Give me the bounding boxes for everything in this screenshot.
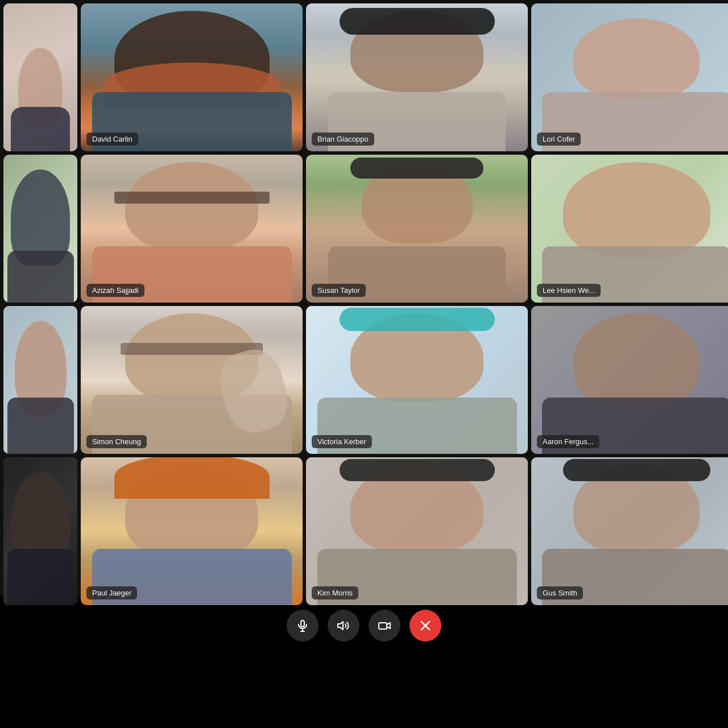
participant-cell[interactable]: Simon Cheung	[81, 306, 303, 454]
participant-cell[interactable]: Brian Giacoppo	[306, 3, 528, 151]
participant-cell[interactable]: Susan Taylor	[306, 155, 528, 303]
end-call-icon	[419, 619, 432, 632]
participant-cell[interactable]	[3, 155, 77, 303]
participant-cell[interactable]: Victoria Kerber	[306, 306, 528, 454]
participant-cell[interactable]	[3, 457, 77, 605]
participant-name-badge: Aaron Fergus...	[537, 435, 599, 448]
svg-rect-4	[379, 623, 387, 629]
participant-name-badge: Kim Morris	[312, 586, 358, 599]
participant-name-badge: Paul Jaeger	[86, 586, 137, 599]
participant-name-badge: Susan Taylor	[312, 284, 366, 297]
participant-name-badge: Simon Cheung	[86, 435, 147, 448]
participant-cell[interactable]	[3, 306, 77, 454]
participant-cell[interactable]: Azizah Sajjadi	[81, 155, 303, 303]
participant-name-badge: Azizah Sajjadi	[86, 284, 144, 297]
participant-name-badge: David Carlin	[86, 133, 138, 146]
participant-cell[interactable]	[3, 3, 77, 151]
participant-cell[interactable]: Paul Jaeger	[81, 457, 303, 605]
participant-cell[interactable]: Lee Hsien We...	[531, 155, 728, 303]
video-call-container: David Carlin Brian Giacoppo Lori Cofer A…	[0, 0, 728, 654]
participant-name-badge: Lori Cofer	[537, 133, 581, 146]
speaker-icon	[337, 619, 350, 632]
participant-cell[interactable]: Gus Smith	[531, 457, 728, 605]
speaker-button[interactable]	[328, 610, 359, 642]
participant-cell[interactable]: Kim Morris	[306, 457, 528, 605]
participant-name-badge: Victoria Kerber	[312, 435, 372, 448]
camera-button[interactable]	[369, 610, 400, 642]
camera-icon	[378, 619, 391, 632]
mic-icon	[296, 619, 309, 632]
svg-marker-3	[338, 622, 343, 630]
end-call-button[interactable]	[410, 610, 441, 642]
participant-cell[interactable]: David Carlin	[81, 3, 303, 151]
participant-name-badge: Lee Hsien We...	[537, 284, 601, 297]
participant-name-badge: Gus Smith	[537, 586, 583, 599]
participant-name-badge: Brian Giacoppo	[312, 133, 374, 146]
svg-rect-0	[301, 621, 304, 627]
call-toolbar	[0, 597, 728, 654]
participant-cell[interactable]: Aaron Fergus...	[531, 306, 728, 454]
mic-button[interactable]	[287, 610, 318, 642]
video-grid: David Carlin Brian Giacoppo Lori Cofer A…	[0, 0, 728, 597]
participant-cell[interactable]: Lori Cofer	[531, 3, 728, 151]
svg-marker-5	[387, 623, 390, 628]
